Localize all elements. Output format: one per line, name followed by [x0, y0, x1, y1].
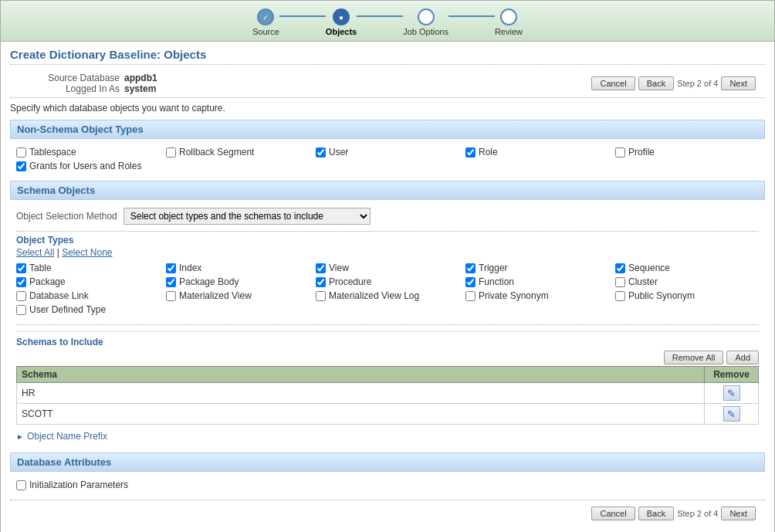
cb-package-label: Package: [29, 276, 66, 287]
logged-in-label: Logged In As: [66, 83, 120, 94]
cb-function-input[interactable]: [465, 277, 475, 287]
checkbox-tablespace-input[interactable]: [16, 147, 26, 158]
top-next-button[interactable]: Next: [721, 76, 756, 90]
cb-public-synonym-label: Public Synonym: [628, 290, 695, 301]
divider-1: [16, 231, 759, 232]
cb-index-label: Index: [179, 263, 201, 273]
non-schema-section-header: Non-Schema Object Types: [10, 120, 765, 139]
cb-public-synonym: Public Synonym: [615, 290, 759, 301]
cb-package-body: Package Body: [166, 276, 310, 287]
cb-public-synonym-input[interactable]: [615, 291, 625, 301]
checkbox-tablespace-label: Tablespace: [29, 147, 76, 158]
wizard-step-job-options[interactable]: Job Options: [403, 8, 448, 36]
cb-sequence-input[interactable]: [615, 263, 625, 273]
cb-mat-view-log: Materialized View Log: [316, 290, 459, 301]
cb-db-link-input[interactable]: [16, 291, 26, 301]
schema-name-hr: HR: [17, 383, 705, 404]
select-none-link[interactable]: Select None: [62, 247, 112, 258]
top-back-button[interactable]: Back: [638, 76, 674, 90]
select-all-link[interactable]: Select All: [16, 247, 54, 258]
cb-init-params: Initialization Parameters: [16, 479, 759, 490]
checkbox-user-label: User: [329, 147, 348, 158]
cb-table: Table: [16, 263, 160, 273]
cb-procedure-input[interactable]: [316, 277, 326, 287]
cb-mat-view-input[interactable]: [166, 291, 176, 301]
object-name-prefix[interactable]: ► Object Name Prefix: [16, 429, 759, 443]
wizard-step-objects[interactable]: ● Objects: [326, 8, 357, 36]
cb-trigger-input[interactable]: [465, 263, 475, 273]
bottom-next-button[interactable]: Next: [721, 507, 756, 520]
cb-init-params-input[interactable]: [16, 480, 26, 490]
wizard-step-source[interactable]: ✓ Source: [252, 8, 279, 36]
cb-trigger-label: Trigger: [479, 263, 508, 273]
cb-private-synonym-input[interactable]: [465, 291, 475, 301]
non-schema-grid-row2: Grants for Users and Roles: [16, 161, 759, 171]
select-links: Select All | Select None: [16, 247, 759, 258]
step-circle-objects: ●: [333, 8, 350, 25]
step-circle-source: ✓: [257, 8, 274, 25]
remove-cell-scott: ✎: [705, 404, 759, 425]
wizard-step-review[interactable]: Review: [495, 8, 523, 36]
wizard-steps: ✓ Source ● Objects Job Options Review: [252, 8, 523, 36]
step-circle-review: [500, 8, 517, 25]
schema-objects-content: Object Selection Method Select object ty…: [10, 205, 765, 446]
table-row: HR ✎: [17, 383, 759, 404]
cb-init-params-label: Initialization Parameters: [29, 479, 128, 490]
remove-hr-button[interactable]: ✎: [723, 385, 740, 401]
checkbox-profile: Profile: [615, 147, 759, 158]
object-selection-select[interactable]: Select object types and the schemas to i…: [124, 208, 371, 225]
schema-name-scott: SCOTT: [17, 404, 705, 425]
cb-function: Function: [465, 276, 609, 287]
checkbox-grants-label: Grants for Users and Roles: [29, 161, 141, 171]
checkbox-role-input[interactable]: [465, 147, 475, 158]
cb-cluster-label: Cluster: [628, 276, 658, 287]
table-row: SCOTT ✎: [17, 404, 759, 425]
cb-cluster-input[interactable]: [615, 277, 625, 287]
object-name-prefix-label: Object Name Prefix: [27, 431, 107, 442]
top-step-info: Step 2 of 4: [677, 79, 718, 88]
cb-table-label: Table: [29, 263, 52, 273]
checkbox-role-label: Role: [479, 147, 498, 158]
top-action-buttons: Cancel Back Step 2 of 4 Next: [591, 76, 756, 90]
cb-user-defined-type-input[interactable]: [16, 305, 26, 315]
schema-col-header: Schema: [17, 367, 705, 383]
cb-view: View: [316, 263, 459, 273]
checkbox-grants: Grants for Users and Roles: [16, 161, 160, 171]
source-db-label: Source Database: [48, 73, 120, 83]
top-cancel-button[interactable]: Cancel: [591, 76, 635, 90]
connector-3: [448, 15, 495, 17]
step-label-job-options: Job Options: [403, 27, 448, 36]
bottom-cancel-button[interactable]: Cancel: [591, 507, 635, 520]
step-label-source: Source: [252, 27, 279, 36]
cb-sequence: Sequence: [615, 263, 759, 273]
schemas-buttons: Remove All Add: [16, 351, 759, 364]
checkbox-profile-label: Profile: [628, 147, 655, 158]
cb-mat-view-log-label: Materialized View Log: [329, 290, 419, 301]
cb-package-input[interactable]: [16, 277, 26, 287]
cb-index: Index: [166, 263, 310, 273]
cb-db-link-label: Database Link: [29, 290, 89, 301]
checkbox-profile-input[interactable]: [615, 147, 625, 158]
step-label-review: Review: [495, 27, 523, 36]
cb-table-input[interactable]: [16, 263, 26, 273]
add-schema-button[interactable]: Add: [726, 351, 759, 364]
bottom-step-info: Step 2 of 4: [677, 509, 718, 518]
bottom-back-button[interactable]: Back: [638, 507, 674, 520]
cb-view-input[interactable]: [316, 263, 326, 273]
checkbox-rollback-input[interactable]: [166, 147, 176, 158]
checkbox-tablespace: Tablespace: [16, 147, 160, 158]
checkbox-user-input[interactable]: [316, 147, 326, 158]
object-selection-label: Object Selection Method: [16, 211, 117, 222]
remove-all-button[interactable]: Remove All: [664, 351, 724, 364]
checkbox-role: Role: [465, 147, 609, 158]
cb-mat-view-log-input[interactable]: [316, 291, 326, 301]
remove-col-header: Remove: [705, 367, 759, 383]
checkbox-grants-input[interactable]: [16, 161, 26, 171]
cb-index-input[interactable]: [166, 263, 176, 273]
cb-private-synonym-label: Private Synonym: [479, 290, 549, 301]
schemas-table: Schema Remove HR ✎ SCOTT ✎: [16, 366, 759, 425]
connector-1: [279, 15, 326, 17]
cb-package-body-input[interactable]: [166, 277, 176, 287]
db-attributes-content: Initialization Parameters: [10, 476, 765, 493]
remove-scott-button[interactable]: ✎: [723, 406, 740, 422]
